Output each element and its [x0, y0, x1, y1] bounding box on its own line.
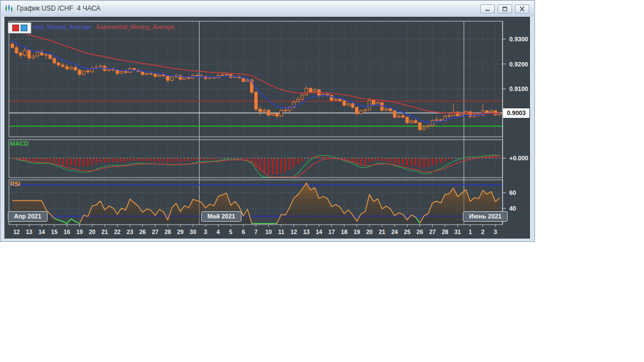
x-axis-label: 21 — [378, 228, 385, 235]
x-axis-label: 2 — [481, 228, 485, 235]
x-axis-label: 18 — [341, 228, 348, 235]
x-axis-label: 28 — [442, 228, 448, 235]
x-axis-label: 20 — [366, 228, 373, 235]
close-icon — [519, 6, 525, 12]
x-axis-label: 11 — [278, 228, 284, 235]
x-axis-label: 3 — [204, 228, 207, 235]
x-axis-label: 14 — [39, 228, 45, 235]
x-axis-label: 4 — [216, 228, 220, 235]
x-axis-label: 14 — [316, 228, 323, 235]
x-axis-label: 30 — [190, 228, 196, 235]
minimize-icon — [484, 6, 491, 12]
current-price-badge: 0.9003 — [503, 108, 529, 118]
x-axis-label: 13 — [303, 228, 310, 235]
chart-canvas[interactable]: 1213141516192021222326272829303456710111… — [5, 17, 529, 238]
title-bar[interactable]: График USD /CHF 4 ЧАСА — [1, 1, 534, 16]
x-axis-label: 19 — [353, 228, 360, 235]
chart-area: 1213141516192021222326272829303456710111… — [4, 17, 530, 239]
month-flag-june: Июнь 2021 — [463, 211, 508, 222]
chart-window: График USD /CHF 4 ЧАСА 12131415161920212… — [0, 0, 535, 242]
x-axis-label: 27 — [429, 228, 436, 235]
x-axis-label: 15 — [51, 228, 58, 235]
legend: ntial_Moving_Average Exponential_Moving_… — [33, 23, 174, 30]
macd-zero-label: +0.000 — [509, 155, 528, 161]
macd-panel-label: MACD — [10, 140, 29, 147]
window-title: График USD /CHF 4 ЧАСА — [17, 4, 101, 12]
rsi-panel-label: RSI — [10, 180, 20, 187]
x-axis-label: 10 — [266, 228, 272, 235]
x-axis-label: 26 — [139, 228, 146, 235]
x-axis-label: 19 — [76, 228, 83, 235]
price-tick-label: 0.9200 — [509, 61, 528, 68]
x-axis-label: 31 — [454, 228, 461, 235]
rsi-tick-label: 60 — [509, 189, 516, 196]
x-axis-label: 12 — [13, 228, 20, 235]
x-axis-label: 25 — [404, 228, 411, 235]
x-axis-label: 6 — [242, 228, 245, 235]
legend-item-ema-fast: ntial_Moving_Average — [33, 23, 91, 30]
indicator-buttons — [8, 22, 31, 34]
blue-indicator-button[interactable] — [21, 25, 27, 31]
x-axis-label: 13 — [26, 228, 32, 235]
x-axis-label: 27 — [152, 228, 159, 235]
close-button[interactable] — [515, 4, 529, 13]
x-axis-label: 26 — [416, 228, 423, 235]
x-axis-label: 21 — [101, 228, 108, 235]
rsi-tick-label: 40 — [509, 205, 516, 212]
month-flag-may: Май 2021 — [201, 211, 242, 222]
legend-item-ema-slow: Exponential_Moving_Average — [97, 23, 174, 30]
restore-icon — [501, 6, 508, 12]
x-axis-label: 16 — [64, 228, 70, 235]
x-axis-label: 12 — [291, 228, 297, 235]
x-axis-label: 29 — [177, 228, 184, 235]
x-axis-label: 23 — [127, 228, 134, 235]
x-axis-label: 20 — [89, 228, 96, 235]
month-flag-april: Апр 2021 — [8, 211, 48, 222]
candlestick-chart-icon — [4, 4, 13, 13]
x-axis-label: 1 — [468, 228, 472, 235]
restore-button[interactable] — [498, 4, 512, 13]
x-axis-label: 17 — [328, 228, 335, 235]
x-axis-label: 3 — [494, 228, 497, 235]
price-tick-label: 0.9300 — [509, 36, 528, 42]
red-indicator-button[interactable] — [12, 25, 19, 31]
x-axis-label: 7 — [254, 228, 258, 235]
minimize-button[interactable] — [480, 4, 495, 13]
x-axis-label: 28 — [164, 228, 171, 235]
x-axis-label: 22 — [114, 228, 121, 235]
x-axis-label: 24 — [391, 228, 398, 235]
price-tick-label: 0.9100 — [509, 85, 528, 92]
x-axis-label: 5 — [229, 228, 233, 235]
